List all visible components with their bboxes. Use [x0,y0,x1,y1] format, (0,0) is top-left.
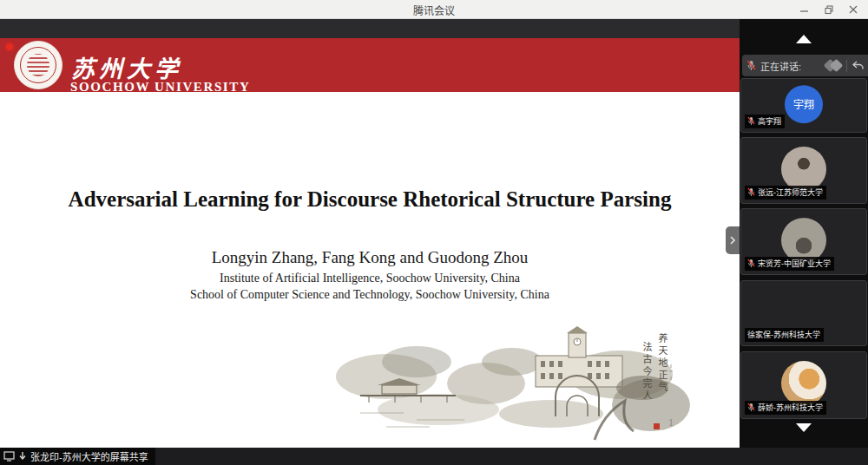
participant-name: 张远-江苏师范大学 [758,187,823,198]
speaker-avatars-stack-icon [825,61,841,70]
participant-name: 宋贤芳-中国矿业大学 [758,258,831,269]
tencent-meeting-window: 腾讯会议 苏州大学 SOOCHOW [0,0,868,465]
window-title: 腾讯会议 [0,3,868,17]
participant-tile[interactable]: 宋贤芳-中国矿业大学 [740,208,867,275]
recording-dot-icon [6,43,13,50]
participant-name: 徐家保-苏州科技大学 [747,329,820,340]
sidebar-collapse-handle[interactable] [726,226,740,254]
scroll-down-arrow-icon[interactable] [796,423,812,432]
mic-muted-icon [747,116,755,126]
motto-column-1: 养天地正气 [654,333,668,394]
speaking-label: 正在讲话: [760,59,801,73]
scroll-up-arrow-icon[interactable] [796,35,812,43]
campus-ink-painting: 养天地正气 法古今完人 [334,323,694,441]
mic-muted-icon [747,403,755,412]
bottom-status-bar: 张龙印-苏州大学的屏幕共享 [0,448,868,465]
window-titlebar: 腾讯会议 [0,0,868,19]
screen-icon [3,451,15,462]
participant-name-chip: 高宇翔 [745,115,785,128]
shared-screen-view: 苏州大学 SOOCHOW UNIVERSITY Adversarial Lear… [0,19,740,448]
screen-share-chip: 张龙印-苏州大学的屏幕共享 [0,448,155,465]
motto-column-2: 法古今完人 [639,342,653,403]
slide-page-number: 1 [668,416,674,429]
slide-affiliation-1: Institute of Artificial Intelligence, So… [0,272,740,285]
participant-name: 薛娇-苏州科技大学 [758,402,823,413]
participant-name-chip: 宋贤芳-中国矿业大学 [745,257,834,271]
share-top-strip [0,19,740,38]
red-seal-stamp [654,423,660,429]
close-button[interactable] [844,2,863,17]
slide-authors: Longyin Zhang, Fang Kong and Guodong Zho… [0,248,740,267]
participants-sidebar: 正在讲话: 宇翔 高宇翔 [740,19,868,448]
participant-tile[interactable]: 宇翔 高宇翔 [740,78,867,133]
participant-tile[interactable]: 徐家保-苏州科技大学 [740,280,867,346]
participant-name-chip: 张远-江苏师范大学 [745,186,826,200]
participant-name-chip: 薛娇-苏州科技大学 [745,401,826,415]
participant-tile[interactable]: 张远-江苏师范大学 [740,137,867,204]
mic-muted-icon [747,187,755,197]
download-arrow-icon [18,451,27,462]
participant-name: 高宇翔 [758,115,781,127]
slide-title: Adversarial Learning for Discourse Rheto… [0,187,740,212]
participant-tile[interactable]: 薛娇-苏州科技大学 [740,351,867,419]
return-arrow-icon[interactable] [852,61,864,70]
participant-name-chip: 徐家保-苏州科技大学 [745,328,824,342]
avatar [781,361,826,406]
avatar: 宇翔 [785,85,823,123]
avatar [782,290,825,333]
avatar [781,146,826,191]
restore-button[interactable] [819,2,838,17]
mic-muted-icon [747,259,755,268]
screen-share-label: 张龙印-苏州大学的屏幕共享 [30,449,148,463]
mic-muted-icon [746,60,756,71]
window-controls [795,0,863,19]
university-name-en: SOOCHOW UNIVERSITY [70,80,250,95]
speaking-indicator-bar: 正在讲话: [742,55,868,76]
slide-affiliation-2: School of Computer Science and Technolog… [0,288,740,302]
avatar [781,217,826,262]
minimize-button[interactable] [795,2,814,17]
university-seal-icon [14,41,62,89]
university-banner: 苏州大学 SOOCHOW UNIVERSITY [0,38,740,92]
